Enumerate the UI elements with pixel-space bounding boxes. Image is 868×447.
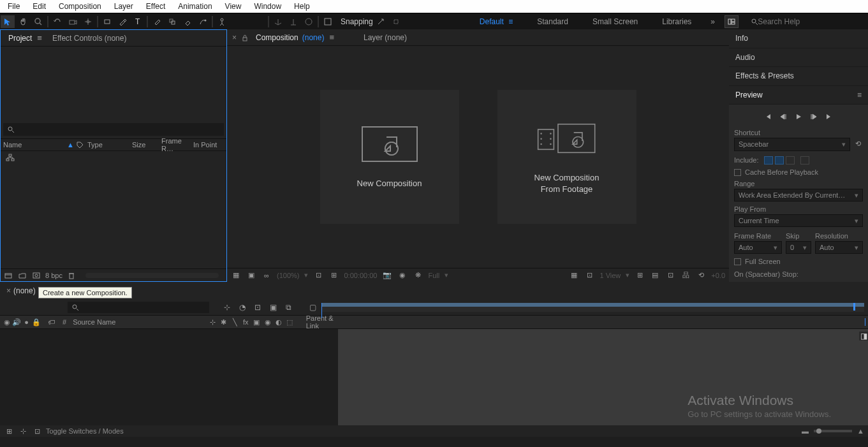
preview-range-select[interactable]: Work Area Extended By Current… ▾	[734, 189, 863, 202]
zoom-level[interactable]: (100%)	[277, 272, 299, 279]
prev-frame-icon[interactable]	[779, 112, 788, 121]
tab-effect-controls[interactable]: Effect Controls (none)	[47, 31, 132, 45]
playhead[interactable]	[321, 303, 322, 318]
puppet-tool[interactable]	[215, 15, 229, 28]
cache-checkbox[interactable]	[734, 169, 741, 176]
exposure-reset-icon[interactable]: ⟲	[696, 270, 706, 281]
solo-col-icon[interactable]: ●	[22, 317, 31, 327]
quality-icon[interactable]: ╲	[231, 317, 238, 327]
resolution-select[interactable]: Full	[428, 272, 439, 279]
work-area-end[interactable]	[853, 303, 855, 311]
lock-icon[interactable]	[239, 34, 251, 41]
menu-window[interactable]: Window	[247, 1, 288, 12]
modes-icon[interactable]: ⊡	[32, 426, 42, 436]
selection-tool[interactable]	[1, 15, 15, 28]
motion-blur-icon[interactable]: ▣	[268, 302, 278, 312]
lock-col-icon[interactable]: 🔒	[32, 317, 41, 327]
timeline-search[interactable]	[68, 302, 209, 313]
project-bpc[interactable]: 8 bpc	[45, 272, 63, 279]
res-icon[interactable]: ⊡	[313, 270, 323, 281]
snap-opts-icon[interactable]	[374, 15, 388, 28]
menu-file[interactable]: File	[1, 1, 26, 12]
panel-menu-icon[interactable]: ≡	[329, 33, 334, 42]
menu-view[interactable]: View	[219, 1, 248, 12]
timeline-layer-list[interactable]	[0, 329, 338, 425]
workspace-standard[interactable]: Standard	[527, 15, 578, 29]
mask-icon[interactable]: ∞	[261, 270, 272, 281]
video-col-icon[interactable]: ◉	[3, 317, 11, 327]
layer-switches-icon[interactable]: ⊹	[18, 426, 28, 436]
fullscreen-checkbox[interactable]	[734, 258, 741, 265]
frame-blend-switch-icon[interactable]: ▣	[253, 317, 260, 327]
workspace-default[interactable]: Default ≡	[469, 15, 523, 29]
search-help[interactable]	[747, 16, 868, 27]
zoom-out-icon[interactable]: ▬	[802, 427, 809, 435]
text-tool[interactable]: T	[131, 15, 145, 28]
play-icon[interactable]	[794, 112, 803, 121]
pen-tool[interactable]	[115, 15, 129, 28]
next-frame-icon[interactable]	[809, 112, 818, 121]
audio-col-icon[interactable]: 🔊	[12, 317, 21, 327]
snap-checkbox[interactable]	[321, 15, 335, 28]
panel-info[interactable]: Info	[729, 29, 868, 48]
draft-3d-icon[interactable]: ▢	[307, 302, 318, 312]
transparent-grid-icon[interactable]: ▦	[569, 270, 579, 281]
workspace-more-icon[interactable]: »	[705, 15, 720, 29]
camera-tool[interactable]	[66, 15, 80, 28]
project-scrollbar[interactable]	[85, 273, 219, 278]
panel-menu-icon[interactable]: ≡	[37, 33, 42, 43]
timeline-tab[interactable]: (none)	[13, 286, 36, 295]
menu-help[interactable]: Help	[288, 1, 316, 12]
panel-preview[interactable]: Preview≡	[729, 86, 868, 105]
rectangle-tool[interactable]	[100, 15, 114, 28]
timeline-ruler[interactable]	[321, 303, 864, 312]
close-tab-icon[interactable]: ×	[230, 33, 239, 42]
view-layout[interactable]: 1 View	[600, 272, 621, 279]
expand-props-icon[interactable]: ⊞	[4, 426, 14, 436]
framerate-select[interactable]: Auto ▾	[734, 241, 782, 254]
new-composition-footage-button[interactable]: New CompositionFrom Footage	[497, 90, 636, 224]
world-axis-icon[interactable]	[286, 15, 300, 28]
menu-effect[interactable]: Effect	[140, 1, 172, 12]
hand-tool[interactable]	[16, 15, 30, 28]
panel-menu-icon[interactable]: ≡	[857, 91, 862, 99]
3d-switch-icon[interactable]: ⬚	[286, 317, 293, 327]
skip-select[interactable]: 0 ▾	[786, 241, 811, 254]
timeline-zoom-slider[interactable]	[814, 430, 852, 432]
guides-icon[interactable]: ⊞	[635, 270, 645, 281]
col-number[interactable]: #	[63, 318, 66, 326]
grid-icon[interactable]: ⊡	[665, 270, 675, 281]
preview-playfrom-select[interactable]: Current Time ▾	[734, 214, 863, 227]
view-axis-icon[interactable]	[302, 15, 316, 28]
tab-project[interactable]: Project≡	[3, 31, 47, 45]
local-axis-icon[interactable]	[271, 15, 285, 28]
graph-editor-icon[interactable]: ⧉	[283, 302, 293, 312]
menu-layer[interactable]: Layer	[108, 1, 140, 12]
new-composition-button[interactable]: New Composition	[320, 90, 459, 224]
channel-icon[interactable]: ▣	[246, 270, 256, 281]
new-folder-icon[interactable]	[17, 270, 27, 281]
workspace-small-screen[interactable]: Small Screen	[582, 15, 648, 29]
alpha-icon[interactable]: ▦	[231, 270, 241, 281]
include-overlay-icon[interactable]	[786, 156, 795, 165]
project-search[interactable]	[3, 123, 224, 136]
resolution-select[interactable]: Auto ▾	[815, 241, 863, 254]
shy-switch-icon[interactable]: ⊹	[209, 317, 216, 327]
interpret-footage-icon[interactable]	[3, 270, 13, 281]
col-name[interactable]: Name	[3, 141, 67, 149]
label-col-icon[interactable]: 🏷	[46, 317, 56, 327]
shortcut-reset-icon[interactable]: ⟲	[853, 139, 863, 149]
delete-icon[interactable]	[66, 270, 77, 281]
menu-edit[interactable]: Edit	[26, 1, 52, 12]
show-snapshot-icon[interactable]: ◉	[397, 270, 408, 281]
sort-arrow-icon[interactable]: ▲	[67, 141, 76, 149]
preview-shortcut-select[interactable]: Spacebar ▾	[734, 138, 850, 151]
include-audio-icon[interactable]	[775, 156, 784, 165]
project-flow-icon[interactable]	[1, 151, 226, 164]
comp-mini-flow-icon[interactable]: ⊹	[222, 302, 232, 312]
3d-view-icon[interactable]: ⊡	[584, 270, 594, 281]
collapse-icon[interactable]: ✱	[220, 317, 227, 327]
workspace-reset-icon[interactable]	[725, 15, 739, 28]
clone-tool[interactable]	[165, 15, 179, 28]
panel-effects-presets[interactable]: Effects & Presets	[729, 67, 868, 86]
